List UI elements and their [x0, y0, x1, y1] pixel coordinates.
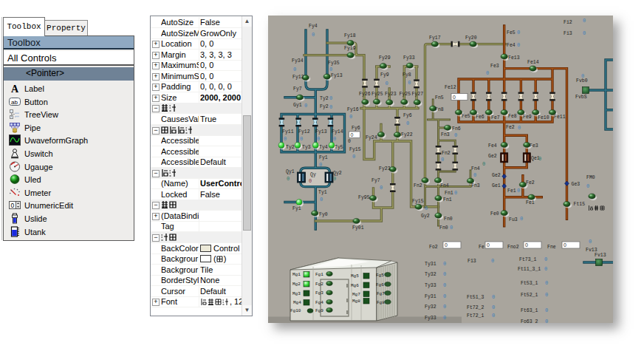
svg-text:0: 0 [583, 30, 586, 36]
svg-text:Fy35: Fy35 [328, 61, 340, 66]
svg-text:Ft51_3: Ft51_3 [467, 295, 484, 300]
svg-text:Fo2: Fo2 [429, 245, 438, 250]
svg-text:Fn3: Fn3 [471, 183, 480, 188]
svg-text:Mg1: Mg1 [292, 272, 301, 277]
svg-text:0: 0 [351, 132, 354, 137]
svg-text:Fe5: Fe5 [507, 30, 515, 35]
svg-text:Fy33: Fy33 [425, 316, 436, 321]
svg-text:0: 0 [525, 242, 528, 248]
svg-text:0: 0 [293, 67, 296, 72]
svg-text:Fe12: Fe12 [445, 85, 456, 90]
svg-text:Fg9: Fg9 [315, 308, 323, 313]
svg-text:Fn4: Fn4 [471, 166, 480, 171]
svg-text:0: 0 [11, 202, 15, 209]
svg-text:Ty1: Ty1 [318, 190, 327, 195]
svg-text:Fy16: Fy16 [347, 107, 359, 112]
svg-text:0: 0 [538, 156, 541, 162]
svg-text:Fy7: Fy7 [371, 178, 380, 183]
svg-text:Fy13: Fy13 [315, 129, 327, 135]
svg-text:0: 0 [443, 261, 446, 267]
svg-text:0: 0 [443, 271, 446, 277]
svg-text:Fn2: Fn2 [442, 151, 451, 156]
svg-text:Mg2: Mg2 [292, 282, 301, 287]
svg-text:Mg4: Mg4 [293, 300, 301, 305]
svg-text:0: 0 [583, 18, 586, 24]
svg-text:FvbS: FvbS [575, 95, 587, 100]
svg-text:0: 0 [443, 304, 446, 310]
svg-text:0: 0 [329, 67, 332, 72]
svg-text:Fe13: Fe13 [508, 55, 520, 61]
svg-text:0: 0 [348, 139, 351, 144]
svg-text:0: 0 [492, 294, 495, 300]
svg-text:0: 0 [443, 282, 446, 288]
svg-text:Fe1: Fe1 [526, 200, 535, 205]
svg-text:Fu3: Fu3 [509, 217, 518, 222]
svg-text:Fe3: Fe3 [530, 143, 538, 149]
svg-text:Ty3: Ty3 [302, 145, 311, 150]
svg-text:0: 0 [492, 313, 495, 319]
svg-text:Ty32: Ty32 [425, 272, 436, 277]
svg-text:0: 0 [408, 80, 411, 86]
svg-text:Ft73_1: Ft73_1 [519, 257, 537, 262]
svg-text:Ty5: Ty5 [335, 145, 343, 150]
svg-text:Ty2: Ty2 [286, 145, 295, 150]
svg-text:0: 0 [487, 242, 490, 248]
svg-text:0: 0 [284, 136, 287, 142]
svg-text:Fn1: Fn1 [443, 197, 452, 202]
svg-text:0: 0 [320, 197, 323, 202]
svg-text:0: 0 [473, 172, 476, 178]
svg-text:Fy8: Fy8 [402, 72, 411, 78]
svg-text:Fn2: Fn2 [414, 183, 422, 188]
svg-text:Fe9: Fe9 [523, 115, 532, 120]
svg-text:Fi3: Fi3 [564, 31, 572, 36]
svg-text:Fy15: Fy15 [412, 199, 424, 204]
svg-text:Mg3: Mg3 [292, 291, 301, 296]
svg-text:Fy6: Fy6 [352, 126, 360, 131]
svg-text:0: 0 [443, 293, 446, 299]
svg-text:Fv13: Fv13 [586, 248, 597, 253]
svg-text:Fy15: Fy15 [349, 147, 361, 152]
svg-text:Fy25: Fy25 [371, 92, 383, 97]
svg-text:0: 0 [300, 136, 303, 142]
svg-text:0: 0 [312, 32, 315, 38]
svg-text:Ft72_1: Ft72_1 [467, 313, 484, 319]
svg-text:0: 0 [349, 114, 352, 120]
svg-text:0: 0 [545, 292, 548, 298]
svg-text:Qy: Qy [310, 172, 316, 177]
svg-text:0: 0 [445, 242, 448, 248]
svg-text:0: 0 [589, 239, 592, 245]
svg-text:Fy34: Fy34 [292, 58, 304, 64]
svg-text:0: 0 [406, 120, 409, 126]
svg-text:Fy20: Fy20 [465, 35, 477, 41]
svg-text:Fg6: Fg6 [376, 282, 384, 287]
svg-text:0: 0 [454, 190, 457, 196]
svg-text:Fy2: Fy2 [320, 104, 329, 109]
svg-text:0: 0 [544, 266, 547, 272]
svg-text:0: 0 [491, 258, 494, 264]
svg-text:Fv13: Fv13 [595, 253, 606, 258]
svg-text:FM0: FM0 [586, 175, 595, 180]
svg-text:Fy32: Fy32 [425, 304, 436, 310]
svg-text:Fy01: Fy01 [352, 225, 364, 231]
svg-text:Fy26: Fy26 [359, 92, 371, 97]
svg-text:Fi2: Fi2 [564, 20, 572, 25]
svg-text:0: 0 [518, 125, 521, 131]
svg-text:Ty31: Ty31 [425, 262, 436, 267]
svg-text:0: 0 [517, 42, 520, 48]
svg-text:0: 0 [564, 242, 566, 248]
svg-text:0: 0 [586, 183, 589, 189]
svg-text:Gy2: Gy2 [421, 214, 430, 219]
svg-text:Fy4: Fy4 [309, 24, 318, 29]
svg-text:Fe8: Fe8 [508, 114, 517, 119]
svg-text:Fo63_2: Fo63_2 [521, 319, 538, 323]
svg-text:Fy23: Fy23 [379, 166, 391, 171]
svg-text:Fg5: Fg5 [376, 273, 384, 278]
svg-text:Fe0: Fe0 [490, 211, 499, 217]
svg-text:0: 0 [517, 188, 520, 194]
svg-text:0: 0 [385, 81, 388, 86]
svg-text:Fno2: Fno2 [507, 245, 519, 250]
svg-text:Ft52_1: Ft52_1 [521, 293, 538, 298]
svg-text:0: 0 [329, 95, 332, 101]
svg-text:Fy33: Fy33 [403, 55, 415, 61]
svg-text:Ft72_2: Ft72_2 [467, 305, 484, 310]
